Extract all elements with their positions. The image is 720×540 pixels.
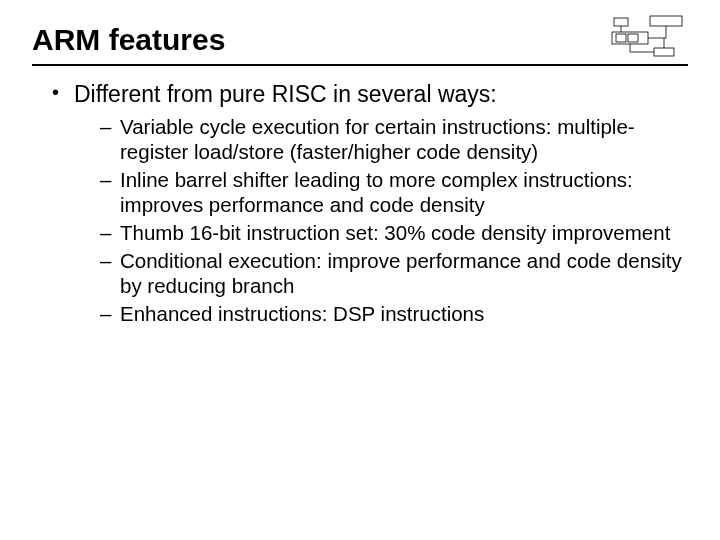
list-item-text: Conditional execution: improve performan… bbox=[120, 249, 682, 297]
list-item-text: Inline barrel shifter leading to more co… bbox=[120, 168, 633, 216]
title-row: ARM features bbox=[32, 14, 688, 62]
list-item: Enhanced instructions: DSP instructions bbox=[104, 301, 688, 326]
bullet-list-level2: Variable cycle execution for certain ins… bbox=[74, 114, 688, 326]
list-item-text: Different from pure RISC in several ways… bbox=[74, 81, 497, 107]
svg-rect-0 bbox=[614, 18, 628, 26]
slide-body: Different from pure RISC in several ways… bbox=[32, 80, 688, 326]
list-item-text: Enhanced instructions: DSP instructions bbox=[120, 302, 484, 325]
slide-title: ARM features bbox=[32, 22, 225, 62]
svg-rect-5 bbox=[654, 48, 674, 56]
list-item: Different from pure RISC in several ways… bbox=[56, 80, 688, 326]
svg-rect-4 bbox=[628, 34, 638, 42]
list-item-text: Thumb 16-bit instruction set: 30% code d… bbox=[120, 221, 670, 244]
list-item-text: Variable cycle execution for certain ins… bbox=[120, 115, 635, 163]
list-item: Conditional execution: improve performan… bbox=[104, 248, 688, 298]
svg-rect-1 bbox=[650, 16, 682, 26]
horizontal-rule bbox=[32, 64, 688, 66]
block-diagram-icon bbox=[610, 14, 688, 60]
svg-rect-3 bbox=[616, 34, 626, 42]
bullet-list-level1: Different from pure RISC in several ways… bbox=[32, 80, 688, 326]
list-item: Thumb 16-bit instruction set: 30% code d… bbox=[104, 220, 688, 245]
list-item: Variable cycle execution for certain ins… bbox=[104, 114, 688, 164]
list-item: Inline barrel shifter leading to more co… bbox=[104, 167, 688, 217]
slide: ARM features Different bbox=[0, 0, 720, 540]
